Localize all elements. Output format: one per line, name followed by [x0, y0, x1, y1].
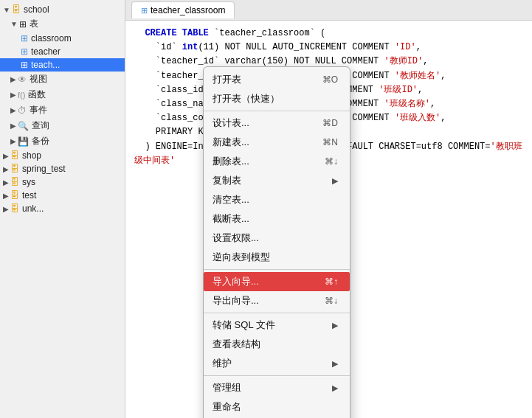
events-icon: ⏱ — [18, 105, 27, 116]
queries-icon: 🔍 — [18, 121, 29, 131]
sidebar-item-sys[interactable]: ▶ 🗄 sys — [0, 175, 125, 189]
menu-item-manage-group[interactable]: 管理组 ▶ — [204, 378, 350, 397]
sidebar: ▼ 🗄 school ▼ ⊞ 表 ⊞ classroom ⊞ teacher ⊞… — [0, 0, 125, 418]
arrow-maintain: ▶ — [332, 359, 338, 369]
sidebar-item-functions[interactable]: ▶ f() 函数 — [0, 87, 125, 102]
db-icon-sys: 🗄 — [10, 177, 19, 187]
arrow-events: ▶ — [10, 106, 16, 114]
shortcut-import: ⌘↑ — [325, 276, 338, 287]
menu-label-set-perms: 设置权限... — [213, 231, 259, 245]
label-shop: shop — [22, 150, 41, 161]
menu-item-truncate-table[interactable]: 截断表... — [204, 209, 350, 229]
arrow-functions: ▶ — [10, 91, 16, 99]
db-icon-unk: 🗄 — [10, 203, 19, 214]
label-school: school — [24, 4, 49, 15]
label-queries: 查询 — [32, 119, 49, 132]
sidebar-item-unk[interactable]: ▶ 🗄 unk... — [0, 202, 125, 215]
label-teacher-sel: teach... — [31, 60, 60, 70]
sidebar-item-teacher-selected[interactable]: ⊞ teach... — [0, 58, 125, 72]
menu-item-reverse-model[interactable]: 逆向表到模型 — [204, 248, 350, 267]
db-icon-shop: 🗄 — [10, 150, 19, 161]
label-functions: 函数 — [28, 88, 46, 101]
arrow-test: ▶ — [3, 192, 9, 200]
table-icon-classroom: ⊞ — [21, 33, 28, 43]
code-line-2: `id` int(11) NOT NULL AUTO_INCREMENT COM… — [134, 41, 523, 55]
menu-item-rename[interactable]: 重命名 — [204, 397, 350, 417]
arrow-save-sql: ▶ — [332, 321, 338, 330]
sidebar-item-teacher[interactable]: ⊞ teacher — [0, 45, 125, 58]
menu-item-maintain[interactable]: 维护 ▶ — [204, 354, 350, 373]
db-icon-school: 🗄 — [12, 4, 21, 15]
menu-label-clear-table: 清空表... — [213, 193, 249, 206]
shortcut-delete: ⌘↓ — [325, 156, 338, 167]
divider-3 — [204, 313, 350, 313]
menu-label-open-table: 打开表 — [213, 73, 241, 86]
tab-teacher-classroom[interactable]: ⊞ teacher_classroom — [131, 1, 235, 18]
menu-label-new-table: 新建表... — [213, 136, 249, 149]
menu-item-set-perms[interactable]: 设置权限... — [204, 229, 350, 248]
arrow-unk: ▶ — [3, 205, 9, 213]
sidebar-item-backups[interactable]: ▶ 💾 备份 — [0, 133, 125, 149]
tables-icon: ⊞ — [19, 19, 27, 29]
menu-item-save-sql[interactable]: 转储 SQL 文件 ▶ — [204, 316, 350, 335]
sidebar-item-school[interactable]: ▼ 🗄 school — [0, 3, 125, 16]
menu-label-view-structure: 查看表结构 — [213, 338, 260, 351]
shortcut-export: ⌘↓ — [325, 296, 338, 306]
divider-4 — [204, 375, 350, 376]
label-views: 视图 — [30, 73, 47, 86]
menu-item-open-table-fast[interactable]: 打开表（快速） — [204, 89, 350, 108]
divider-1 — [204, 111, 350, 111]
menu-label-design-table: 设计表... — [213, 116, 249, 130]
menu-item-open-table[interactable]: 打开表 ⌘O — [204, 70, 350, 89]
menu-item-delete-table[interactable]: 删除表... ⌘↓ — [204, 152, 350, 171]
tab-bar: ⊞ teacher_classroom — [125, 0, 532, 21]
menu-label-export-wizard: 导出向导... — [213, 294, 259, 307]
shortcut-new: ⌘N — [322, 137, 338, 147]
sidebar-item-queries[interactable]: ▶ 🔍 查询 — [0, 118, 125, 133]
menu-item-design-table[interactable]: 设计表... ⌘D — [204, 114, 350, 133]
menu-label-maintain: 维护 — [213, 357, 232, 370]
menu-item-clear-table[interactable]: 清空表... — [204, 190, 350, 209]
menu-label-save-sql: 转储 SQL 文件 — [213, 318, 275, 332]
sidebar-item-test[interactable]: ▶ 🗄 test — [0, 189, 125, 202]
arrow-tables: ▼ — [10, 20, 18, 28]
label-unk: unk... — [22, 203, 44, 214]
menu-label-delete-table: 删除表... — [213, 155, 249, 168]
arrow-school: ▼ — [3, 6, 10, 14]
table-icon-teacher: ⊞ — [21, 46, 28, 57]
sidebar-item-spring-test[interactable]: ▶ 🗄 spring_test — [0, 162, 125, 175]
tab-label: teacher_classroom — [151, 5, 225, 15]
menu-item-copy-table[interactable]: 复制表 ▶ — [204, 171, 350, 190]
label-test: test — [22, 190, 36, 201]
menu-item-export-wizard[interactable]: 导出向导... ⌘↓ — [204, 291, 350, 310]
menu-item-import-wizard[interactable]: 导入向导... ⌘↑ — [204, 272, 350, 291]
arrow-sys: ▶ — [3, 178, 9, 187]
label-backups: 备份 — [32, 135, 49, 147]
sidebar-item-views[interactable]: ▶ 👁 视图 — [0, 72, 125, 87]
shortcut-open-table: ⌘O — [322, 74, 338, 85]
backups-icon: 💾 — [18, 136, 29, 147]
arrow-spring-test: ▶ — [3, 165, 9, 173]
menu-label-manage-group: 管理组 — [213, 381, 241, 394]
context-menu: 打开表 ⌘O 打开表（快速） 设计表... ⌘D 新建表... ⌘N 删除表..… — [203, 66, 350, 418]
sidebar-item-shop[interactable]: ▶ 🗄 shop — [0, 149, 125, 162]
views-icon: 👁 — [18, 74, 27, 85]
menu-label-open-table-fast: 打开表（快速） — [213, 92, 280, 105]
arrow-shop: ▶ — [3, 152, 9, 160]
label-classroom: classroom — [31, 33, 72, 43]
label-tables: 表 — [30, 18, 38, 30]
sidebar-item-tables[interactable]: ▼ ⊞ 表 — [0, 16, 125, 32]
sidebar-item-events[interactable]: ▶ ⏱ 事件 — [0, 102, 125, 118]
label-events: 事件 — [30, 104, 47, 116]
code-line-1: CREATE TABLE `teacher_classroom` ( — [134, 27, 523, 41]
divider-2 — [204, 269, 350, 270]
label-sys: sys — [22, 177, 35, 187]
arrow-queries: ▶ — [10, 122, 16, 130]
db-icon-spring-test: 🗄 — [10, 164, 19, 174]
functions-icon: f() — [18, 91, 25, 100]
sidebar-item-classroom[interactable]: ⊞ classroom — [0, 32, 125, 45]
menu-item-new-table[interactable]: 新建表... ⌘N — [204, 133, 350, 152]
label-spring-test: spring_test — [22, 164, 66, 174]
menu-item-view-structure[interactable]: 查看表结构 — [204, 335, 350, 354]
main-content: ⊞ teacher_classroom CREATE TABLE `teache… — [125, 0, 532, 418]
